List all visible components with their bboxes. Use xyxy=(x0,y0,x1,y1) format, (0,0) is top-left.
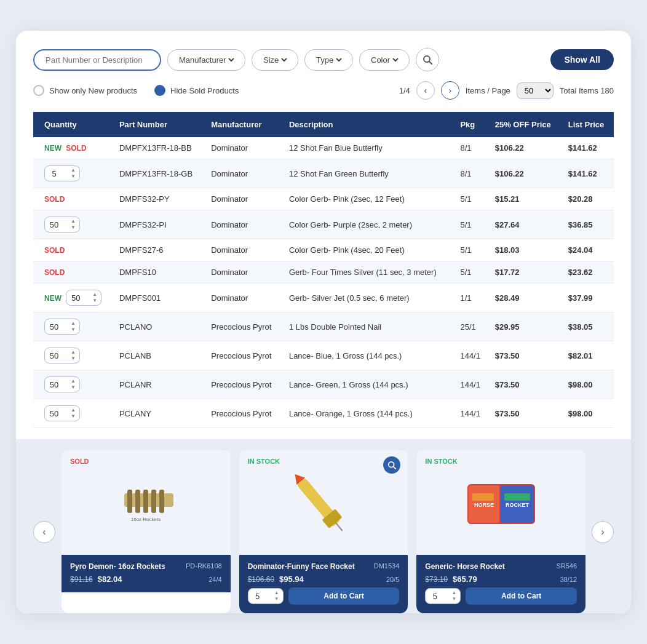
table-row: SOLDDMPFS27-6DominatorColor Gerb- Pink (… xyxy=(33,239,614,261)
table-row: NEW SOLDDMPFX13FR-18-BBDominator12 Shot … xyxy=(33,137,614,159)
qty-stepper[interactable]: 5▲▼ xyxy=(44,165,80,181)
qty-arrows[interactable]: ▲▼ xyxy=(71,349,76,362)
per-page-select[interactable]: 50 25 100 xyxy=(517,82,554,99)
filter-bar: Manufacturer Size Type Color Show All xyxy=(33,48,614,71)
qty-arrows[interactable]: ▲▼ xyxy=(71,218,76,231)
cell-list-price: $38.05 xyxy=(562,312,614,341)
color-select[interactable]: Color xyxy=(368,55,400,65)
search-icon xyxy=(387,461,396,469)
cell-pkg: 5/1 xyxy=(454,261,488,284)
qty-arrows[interactable]: ▲▼ xyxy=(92,292,97,304)
cell-off-price: $106.22 xyxy=(489,137,562,159)
col-description: Description xyxy=(283,112,454,137)
show-all-button[interactable]: Show All xyxy=(550,49,614,70)
cell-part: PCLANB xyxy=(113,341,205,370)
type-filter[interactable]: Type xyxy=(304,49,353,71)
table-row: 50▲▼PCLANRPrecocious PyrotLance- Green, … xyxy=(33,370,614,399)
card-title: Pyro Demon- 16oz Rockets xyxy=(70,562,181,571)
card-image-area: SOLD 16oz Rockets xyxy=(62,450,231,555)
size-select[interactable]: Size xyxy=(261,55,289,65)
cell-qty: 50▲▼ xyxy=(33,399,113,428)
cell-desc: Lance- Blue, 1 Gross (144 pcs.) xyxy=(283,341,454,370)
new-products-toggle[interactable]: Show only New products xyxy=(33,85,137,96)
prev-card-button[interactable]: ‹ xyxy=(33,521,55,543)
cell-desc: 12 Shot Fan Blue Butterfly xyxy=(283,137,454,159)
card-new-price: $95.94 xyxy=(279,574,304,584)
hide-sold-label: Hide Sold Products xyxy=(170,86,239,95)
cell-part: DMPFS001 xyxy=(113,284,205,312)
table-row: 50▲▼DMPFS32-PIDominatorColor Gerb- Purpl… xyxy=(33,210,614,239)
type-select[interactable]: Type xyxy=(314,55,344,65)
card-title-row: Pyro Demon- 16oz Rockets PD-RK6108 xyxy=(70,562,222,571)
search-button[interactable] xyxy=(416,48,439,71)
next-page-button[interactable]: › xyxy=(441,81,459,100)
card-info: Generic- Horse Rocket SR546 $73.10 $65.7… xyxy=(416,555,585,613)
qty-stepper[interactable]: 50▲▼ xyxy=(44,217,80,233)
card-new-price: $65.79 xyxy=(453,574,477,584)
card-qty-arrows[interactable]: ▲ ▼ xyxy=(451,590,456,602)
search-icon xyxy=(423,55,432,65)
next-card-button[interactable]: › xyxy=(592,521,614,543)
svg-text:16oz Rockets: 16oz Rockets xyxy=(131,517,161,522)
qty-stepper[interactable]: 50▲▼ xyxy=(44,405,80,421)
card-old-price: $91.16 xyxy=(70,575,93,584)
cell-part: PCLANR xyxy=(113,370,205,399)
radio-hide-sold[interactable] xyxy=(154,85,165,96)
card-qty-stepper[interactable]: 5 ▲ ▼ xyxy=(248,588,284,604)
svg-text:HORSE: HORSE xyxy=(474,502,494,508)
cell-part: DMPFX13FR-18-GB xyxy=(113,159,205,188)
cell-pkg: 8/1 xyxy=(454,137,488,159)
manufacturer-filter[interactable]: Manufacturer xyxy=(167,49,245,71)
cell-desc: Lance- Orange, 1 Gross (144 pcs.) xyxy=(283,399,454,428)
card-old-price: $73.10 xyxy=(425,575,448,584)
size-filter[interactable]: Size xyxy=(252,49,298,71)
cell-desc: Color Gerb- Purple (2sec, 2 meter) xyxy=(283,210,454,239)
svg-rect-5 xyxy=(143,490,148,513)
card-qty-stepper[interactable]: 5 ▲ ▼ xyxy=(425,588,461,604)
cell-part: DMPFS32-PY xyxy=(113,188,205,210)
cell-pkg: 5/1 xyxy=(454,188,488,210)
qty-stepper[interactable]: 50▲▼ xyxy=(44,376,80,392)
qty-arrows[interactable]: ▲▼ xyxy=(71,407,76,419)
qty-stepper[interactable]: 50▲▼ xyxy=(66,290,101,306)
product-card: IN STOCK Dominator-Funny Face Rocket xyxy=(239,450,408,613)
card-part-number: SR546 xyxy=(556,562,577,570)
qty-arrows[interactable]: ▲▼ xyxy=(71,378,76,391)
add-to-cart-button[interactable]: Add to Cart xyxy=(288,587,400,605)
qty-stepper[interactable]: 50▲▼ xyxy=(44,348,80,364)
qty-arrows[interactable]: ▲▼ xyxy=(71,320,76,333)
cell-part: PCLANO xyxy=(113,312,205,341)
cell-mfr: Dominator xyxy=(205,137,283,159)
col-off-price: 25% OFF Price xyxy=(489,112,562,137)
search-input[interactable] xyxy=(33,49,161,71)
cell-qty: 50▲▼ xyxy=(33,341,113,370)
cell-list-price: $36.85 xyxy=(562,210,614,239)
radio-new-products[interactable] xyxy=(33,85,44,96)
cell-off-price: $29.95 xyxy=(489,312,562,341)
cell-part: DMPFS27-6 xyxy=(113,239,205,261)
badge-sold: SOLD xyxy=(44,268,65,277)
card-image: 16oz Rockets xyxy=(62,450,231,555)
qty-arrows[interactable]: ▲▼ xyxy=(71,167,76,180)
add-to-cart-button[interactable]: Add to Cart xyxy=(466,587,577,605)
color-filter[interactable]: Color xyxy=(359,49,410,71)
card-qty-arrows[interactable]: ▲ ▼ xyxy=(274,590,279,602)
cell-qty: SOLD xyxy=(33,261,113,284)
manufacturer-select[interactable]: Manufacturer xyxy=(177,55,236,65)
badge-new: NEW xyxy=(44,294,62,303)
cell-pkg: 144/1 xyxy=(454,341,488,370)
cell-pkg: 5/1 xyxy=(454,210,488,239)
cell-pkg: 25/1 xyxy=(454,312,488,341)
hide-sold-toggle[interactable]: Hide Sold Products xyxy=(154,85,239,96)
card-image-area: IN STOCK xyxy=(239,450,408,555)
qty-stepper[interactable]: 50▲▼ xyxy=(44,319,80,335)
prev-page-button[interactable]: ‹ xyxy=(416,81,435,100)
products-table: Quantity Part Number Manufacturer Descri… xyxy=(33,112,614,428)
cell-qty: SOLD xyxy=(33,188,113,210)
table-row: 50▲▼PCLANYPrecocious PyrotLance- Orange,… xyxy=(33,399,614,428)
qty-value: 50 xyxy=(49,409,60,418)
cell-pkg: 5/1 xyxy=(454,239,488,261)
table-row: 5▲▼DMPFX13FR-18-GBDominator12 Shot Fan G… xyxy=(33,159,614,188)
cell-qty: SOLD xyxy=(33,239,113,261)
cell-off-price: $73.50 xyxy=(489,341,562,370)
